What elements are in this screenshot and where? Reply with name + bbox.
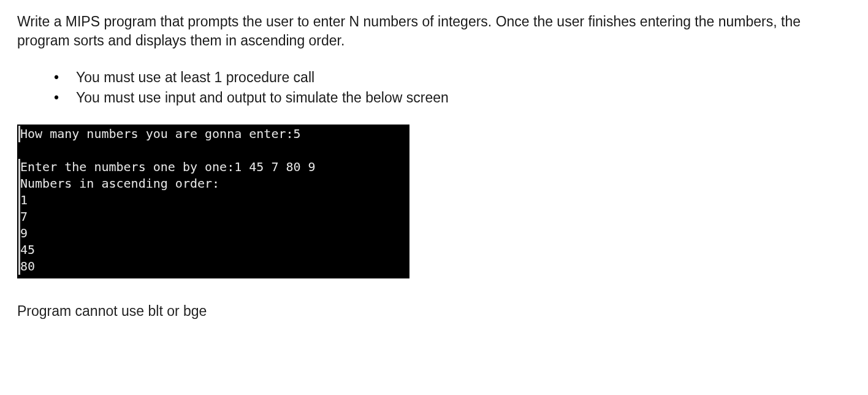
terminal-line-result-header: Numbers in ascending order:	[18, 175, 408, 192]
terminal-output: How many numbers you are gonna enter:5 E…	[17, 125, 409, 278]
terminal-line-output: 80	[18, 258, 408, 275]
terminal-line-output: 9	[18, 225, 408, 242]
terminal-line-output: 7	[18, 209, 408, 225]
requirements-list: You must use at least 1 procedure call Y…	[54, 67, 851, 109]
constraint-note: Program cannot use blt or bge	[17, 303, 851, 320]
terminal-line-prompt-count: How many numbers you are gonna enter:5	[18, 126, 408, 142]
terminal-line-output: 45	[18, 242, 408, 258]
terminal-blank-line	[18, 142, 408, 159]
requirement-item: You must use at least 1 procedure call	[54, 67, 851, 88]
terminal-line-output: 1	[18, 192, 408, 209]
terminal-line-prompt-numbers: Enter the numbers one by one:1 45 7 80 9	[18, 159, 408, 175]
problem-description: Write a MIPS program that prompts the us…	[17, 12, 851, 50]
requirement-item: You must use input and output to simulat…	[54, 88, 851, 108]
